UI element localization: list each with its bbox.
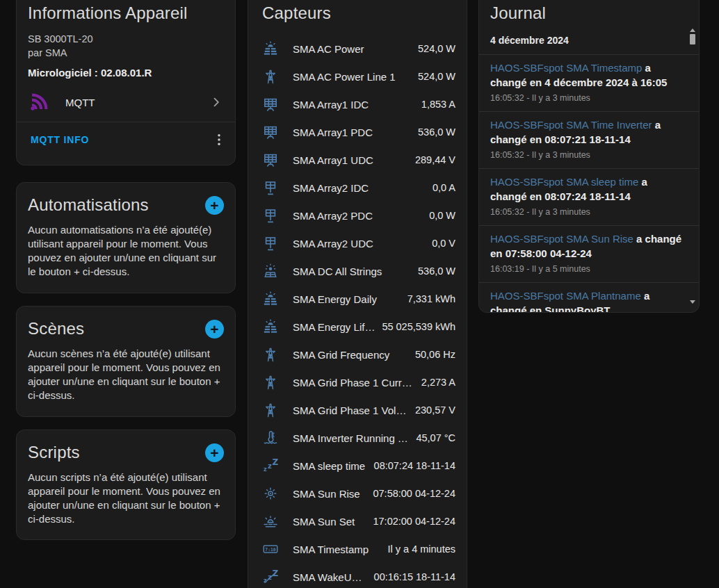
sensor-name: SMA Timestamp	[293, 544, 380, 555]
integration-label: MQTT	[65, 97, 209, 108]
sensor-row[interactable]: SMA Array2 IDC 0,0 A	[262, 174, 455, 202]
sensor-name: SMA Sun Rise	[293, 488, 366, 500]
journal-entry: HAOS-SBFspot SMA Plantname a changé en S…	[479, 283, 699, 313]
sensor-row[interactable]: SMA sleep time 08:07:24 18-11-14	[262, 452, 455, 480]
add-script-button[interactable]: +	[205, 443, 224, 462]
sensor-name: SMA Grid Phase 1 Current	[293, 377, 414, 389]
add-automation-button[interactable]: +	[205, 196, 224, 215]
journal-entity-link[interactable]: HAOS-SBFspot SMA sleep time	[490, 176, 638, 188]
sensor-name: SMA Energy Lifeti…	[293, 321, 375, 333]
sensor-value: 50,06 Hz	[415, 349, 455, 360]
sensor-name: SMA WakeUp ti…	[293, 571, 367, 583]
sensor-name: SMA Array1 IDC	[293, 99, 414, 111]
weather-sunset-icon	[262, 513, 279, 530]
journal-entry: HAOS-SBFspot SMA Time Inverter a changé …	[479, 112, 699, 169]
sensor-value: 0,0 V	[432, 238, 455, 249]
sensor-value: 0,0 W	[429, 210, 455, 221]
transmission-tower-icon	[262, 346, 279, 363]
journal-title: Journal	[490, 3, 688, 23]
scrollbar-thumb[interactable]	[690, 34, 695, 44]
sensor-name: SMA sleep time	[293, 460, 367, 472]
solar-power-icon	[262, 318, 279, 335]
solar-panel-large-icon	[262, 207, 279, 224]
device-firmware: Micrologiciel : 02.08.01.R	[28, 67, 224, 79]
device-manufacturer: par SMA	[28, 46, 224, 60]
integration-mqtt-row[interactable]: MQTT	[17, 83, 235, 122]
sensor-value: 00:16:15 18-11-14	[374, 571, 455, 582]
sensor-value: 536,0 W	[418, 126, 455, 138]
sensor-value: 0,0 A	[433, 182, 455, 193]
transmission-tower-icon	[262, 374, 279, 391]
sensor-row[interactable]: SMA Energy Daily 7,331 kWh	[262, 285, 455, 313]
journal-entry: HAOS-SBFspot SMA Timestamp a changé en 4…	[479, 55, 699, 112]
sensor-name: SMA AC Power	[293, 43, 411, 55]
journal-entity-link[interactable]: HAOS-SBFspot SMA Sun Rise	[490, 233, 633, 245]
sensor-value: 55 025,539 kWh	[382, 321, 455, 332]
sensor-name: SMA Grid Frequency	[293, 349, 408, 361]
sensor-row[interactable]: SMA Grid Phase 1 Current 2,273 A	[262, 368, 455, 396]
sensor-value: 2,273 A	[421, 377, 455, 388]
sensor-row[interactable]: SMA Timestamp Il y a 4 minutes	[262, 535, 455, 563]
sensor-row[interactable]: SMA AC Power 524,0 W	[262, 35, 455, 63]
sensor-row[interactable]: SMA Sun Set 17:02:00 04-12-24	[262, 507, 455, 535]
sleep-off-icon	[262, 569, 279, 585]
chevron-right-icon	[209, 95, 224, 110]
sensor-row[interactable]: SMA Energy Lifeti… 55 025,539 kWh	[262, 313, 455, 341]
mqtt-info-button[interactable]: MQTT INFO	[31, 134, 211, 145]
add-scene-button[interactable]: +	[205, 320, 224, 338]
sensor-name: SMA Inverter Running Te…	[293, 432, 409, 444]
sensor-value: 536,0 W	[418, 266, 455, 277]
sensor-value: 1,853 A	[421, 99, 455, 110]
sensor-row[interactable]: SMA Grid Frequency 50,06 Hz	[262, 341, 455, 368]
sensor-name: SMA Grid Phase 1 Voltage	[293, 405, 408, 416]
sensor-row[interactable]: SMA Sun Rise 07:58:00 04-12-24	[262, 480, 455, 507]
mqtt-icon	[28, 91, 50, 113]
solar-panel-icon	[262, 96, 279, 113]
sensor-row[interactable]: SMA Array1 IDC 1,853 A	[262, 90, 455, 118]
sensor-row[interactable]: SMA Grid Phase 1 Voltage 230,57 V	[262, 396, 455, 424]
sensor-value: 17:02:00 04-12-24	[373, 516, 455, 527]
journal-timestamp: 16:03:19 - Il y a 5 minutes	[490, 263, 682, 275]
journal-entity-link[interactable]: HAOS-SBFspot SMA Plantname	[490, 290, 641, 302]
sensor-value: 289,44 V	[415, 154, 455, 165]
journal-entity-link[interactable]: HAOS-SBFspot SMA Timestamp	[490, 62, 642, 74]
sensor-value: 08:07:24 18-11-14	[374, 460, 455, 471]
sensor-value: 7,331 kWh	[407, 293, 455, 304]
clock-digital-icon	[262, 541, 279, 557]
solar-power-icon	[262, 291, 279, 307]
sensor-row[interactable]: SMA Array2 UDC 0,0 V	[262, 229, 455, 257]
scripts-card: Scripts + Aucun scripts n’a été ajouté(e…	[16, 430, 236, 540]
scenes-card: Scènes + Aucun scènes n’a été ajouté(e) …	[16, 306, 236, 417]
sensor-row[interactable]: SMA AC Power Line 1 524,0 W	[262, 63, 455, 90]
journal-entry: HAOS-SBFspot SMA sleep time a changé en …	[479, 169, 699, 226]
scrollbar-up-arrow-icon[interactable]	[690, 28, 695, 32]
automations-title: Automatisations	[28, 195, 149, 215]
sensors-title: Capteurs	[262, 3, 455, 23]
transmission-tower-icon	[262, 68, 279, 85]
device-info-card: Informations Appareil SB 3000TL-20 par S…	[16, 0, 236, 165]
sensor-row[interactable]: SMA Inverter Running Te… 45,07 °C	[262, 424, 455, 452]
sensor-row[interactable]: SMA DC All Strings 536,0 W	[262, 257, 455, 285]
sensors-list: SMA AC Power 524,0 W SMA AC Power Line 1…	[262, 35, 455, 588]
sensor-name: SMA AC Power Line 1	[293, 71, 411, 83]
sensor-row[interactable]: SMA Array2 PDC 0,0 W	[262, 202, 455, 229]
sensors-card: Capteurs SMA AC Power 524,0 W SMA AC Pow…	[248, 0, 467, 588]
journal-entity-link[interactable]: HAOS-SBFspot SMA Time Inverter	[490, 119, 652, 131]
solar-power-variant-icon	[262, 263, 279, 279]
scrollbar-down-arrow-icon[interactable]	[690, 300, 695, 304]
device-info-title: Informations Appareil	[28, 3, 224, 23]
journal-timestamp: 16:05:32 - Il y a 3 minutes	[490, 149, 682, 161]
journal-scrollbar[interactable]	[689, 28, 696, 304]
solar-panel-large-icon	[262, 179, 279, 196]
thermometer-water-icon	[262, 430, 279, 446]
journal-timestamp: 16:05:32 - Il y a 3 minutes	[490, 206, 682, 218]
sensor-row[interactable]: SMA WakeUp ti… 00:16:15 18-11-14	[262, 563, 455, 588]
scenes-empty-text: Aucun scènes n’a été ajouté(e) utilisant…	[17, 338, 235, 402]
sensor-name: SMA Array1 UDC	[293, 154, 408, 166]
sensor-value: 230,57 V	[415, 405, 455, 416]
sensor-row[interactable]: SMA Array1 PDC 536,0 W	[262, 118, 455, 146]
scripts-title: Scripts	[28, 443, 80, 462]
sensor-row[interactable]: SMA Array1 UDC 289,44 V	[262, 146, 455, 174]
journal-date-header: 4 décembre 2024	[490, 35, 688, 54]
overflow-menu-icon[interactable]	[211, 132, 227, 147]
